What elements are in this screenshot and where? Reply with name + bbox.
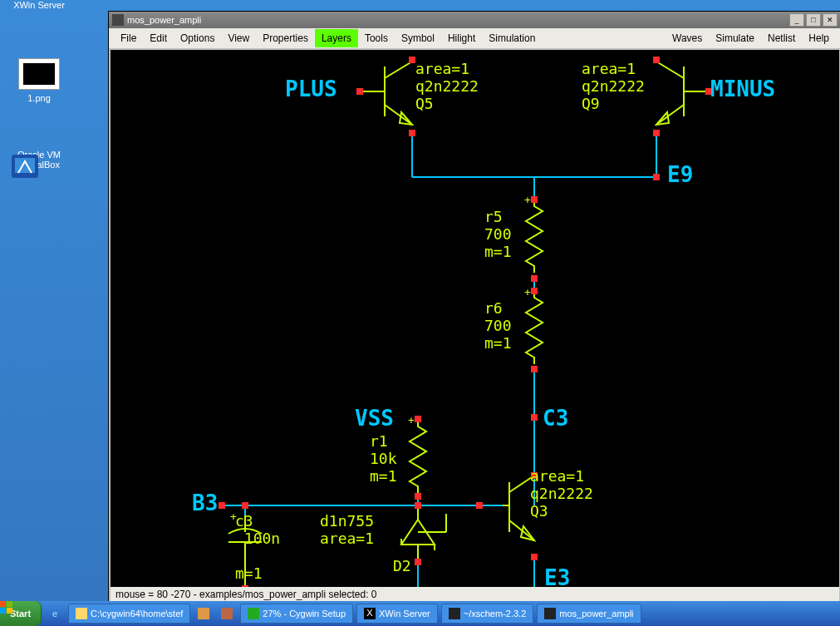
menu-view[interactable]: View [221,29,256,47]
svg-rect-49 [531,275,538,282]
quicklaunch-ie[interactable]: e [45,604,65,623]
terminal-icon [449,608,460,619]
svg-marker-29 [521,526,534,540]
menu-edit[interactable]: Edit [143,29,174,47]
titlebar[interactable]: mos_power_ampli _ □ ✕ [109,12,840,28]
q5-label: area=1 q2n2222 Q5 [415,60,479,112]
quicklaunch-app2[interactable] [217,604,237,623]
menu-simulation[interactable]: Simulation [482,29,542,47]
window-title: mos_power_ampli [127,15,201,25]
net-minus: MINUS [710,76,775,101]
maximize-button[interactable]: □ [806,13,821,27]
net-plus: PLUS [285,76,337,101]
q9-label: area=1 q2n2222 Q9 [582,60,645,112]
net-e9: E9 [667,162,693,187]
svg-rect-57 [415,502,421,509]
menu-simulate[interactable]: Simulate [709,29,761,47]
svg-rect-55 [415,416,421,422]
svg-marker-19 [400,112,412,125]
c3-label: c3 100n m=1 [235,512,280,582]
close-button[interactable]: ✕ [823,13,838,27]
svg-rect-66 [7,608,12,614]
svg-rect-59 [476,502,483,509]
svg-rect-58 [415,559,421,565]
svg-line-22 [656,62,684,78]
folder-icon [76,608,87,619]
task-xwin[interactable]: XXWin Server [356,604,438,624]
task-cygwin[interactable]: 27% - Cygwin Setup [240,604,353,624]
r5-plus: + [524,194,531,206]
svg-rect-45 [653,57,660,63]
svg-rect-65 [0,608,6,614]
svg-rect-56 [415,493,421,500]
menu-hilight[interactable]: Hilight [441,29,482,47]
r5-label: r5 700 m=1 [484,208,512,260]
svg-rect-48 [531,196,538,203]
net-c3: C3 [543,406,568,431]
svg-rect-51 [531,366,538,372]
r1-label: r1 10k m=1 [370,432,397,485]
menu-help[interactable]: Help [802,29,836,47]
menu-properties[interactable]: Properties [256,29,315,47]
svg-rect-60 [219,502,225,509]
start-button[interactable]: Start [0,601,42,626]
menu-options[interactable]: Options [174,29,221,47]
d2-label-a: d1n755 area=1 [320,512,374,547]
r6-label: r6 700 m=1 [484,299,512,352]
svg-rect-46 [653,130,660,136]
taskbar: Start e C:\cygwin64\home\stef 27% - Cygw… [0,601,840,626]
menu-symbol[interactable]: Symbol [395,29,441,47]
task-explorer[interactable]: C:\cygwin64\home\stef [68,604,190,624]
menu-netlist[interactable]: Netlist [761,29,802,47]
menu-layers[interactable]: Layers [315,29,358,47]
task-xschem[interactable]: ~/xschem-2.3.2 [441,604,534,624]
svg-line-17 [385,62,412,78]
svg-line-23 [656,105,684,125]
menu-tools[interactable]: Tools [358,29,395,47]
c3-plus: + [230,510,237,523]
svg-rect-43 [409,130,415,136]
menu-waves[interactable]: Waves [666,29,709,47]
svg-rect-50 [531,288,538,294]
ie-icon: e [52,609,57,619]
q3-label: area=1 q2n2222 Q3 [530,467,593,520]
desktop-icon-png[interactable]: 1.png [8,58,70,103]
svg-rect-54 [531,554,538,560]
desktop-xwin-label: XWin Server [8,0,70,10]
schematic-svg [111,50,839,589]
app-icon [198,608,209,619]
cygwin-icon [248,608,259,619]
net-vss: VSS [355,406,394,431]
svg-rect-61 [242,502,248,509]
app-window: mos_power_ampli _ □ ✕ File Edit Options … [108,11,840,609]
image-thumb-icon [18,58,60,90]
windows-logo-icon [0,601,13,614]
app-icon [221,608,233,619]
virtualbox-icon [8,150,42,183]
net-e3: E3 [544,565,570,589]
menu-file[interactable]: File [114,29,143,47]
svg-rect-63 [0,601,6,607]
app-icon [112,14,124,26]
xschem-icon [544,608,556,619]
d2-label-b: D2 [393,557,411,574]
svg-rect-42 [409,57,415,63]
svg-marker-24 [656,112,669,125]
menubar: File Edit Options View Properties Layers… [109,28,840,48]
r6-plus: + [524,286,531,298]
svg-rect-47 [653,174,660,180]
svg-line-18 [385,105,412,125]
net-b3: B3 [192,490,218,515]
svg-rect-52 [531,414,538,421]
svg-rect-41 [356,88,363,95]
svg-rect-64 [7,601,12,607]
r1-plus: + [408,414,415,426]
schematic-canvas[interactable]: PLUS MINUS E9 C3 E3 B3 VSS area=1 q2n222… [111,50,839,589]
x-icon: X [364,608,376,619]
task-ampli[interactable]: mos_power_ampli [537,604,641,624]
minimize-button[interactable]: _ [789,13,804,27]
quicklaunch-app1[interactable] [194,604,214,623]
desktop-icon-virtualbox[interactable]: Oracle VMVirtualBox [8,150,70,170]
